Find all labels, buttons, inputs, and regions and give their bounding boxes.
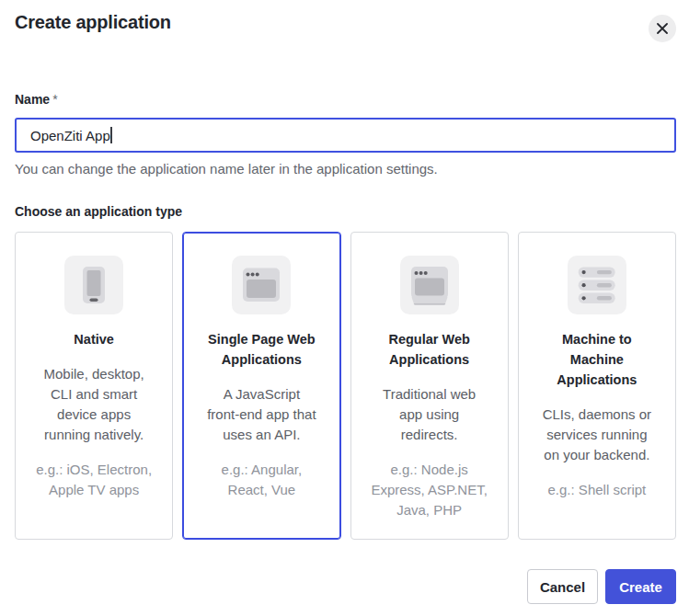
close-x-icon xyxy=(657,23,668,34)
dialog-footer: Cancel Create xyxy=(15,569,676,604)
card-description: Traditional web app using redirects. xyxy=(362,384,497,445)
card-example: e.g.: Node.js Express, ASP.NET, Java, PH… xyxy=(362,460,497,520)
card-title: Single Page Web Applications xyxy=(194,329,328,370)
card-example: e.g.: Shell script xyxy=(530,480,664,500)
create-button[interactable]: Create xyxy=(605,569,676,604)
browser-window-icon xyxy=(232,256,291,314)
name-helper-text: You can change the application name late… xyxy=(15,160,676,178)
type-card-machine-to-machine[interactable]: Machine to Machine Applications CLIs, da… xyxy=(518,232,676,540)
card-description: A JavaScript front-end app that uses an … xyxy=(194,384,328,445)
required-asterisk: * xyxy=(52,92,57,107)
create-application-dialog: Create application Name* You can change … xyxy=(0,0,689,616)
card-title: Regular Web Applications xyxy=(362,329,497,370)
close-button[interactable] xyxy=(649,15,676,42)
dialog-title: Create application xyxy=(15,0,676,35)
mobile-device-icon xyxy=(64,256,123,314)
card-example: e.g.: Angular, React, Vue xyxy=(194,460,328,500)
card-description: CLIs, daemons or services running on you… xyxy=(530,405,664,465)
card-example: e.g.: iOS, Electron, Apple TV apps xyxy=(27,460,161,500)
card-title: Machine to Machine Applications xyxy=(530,329,664,390)
type-card-native[interactable]: Native Mobile, desktop, CLI and smart de… xyxy=(15,232,173,540)
browser-app-icon xyxy=(400,256,459,314)
type-card-single-page-web[interactable]: Single Page Web Applications A JavaScrip… xyxy=(182,232,340,540)
card-title: Native xyxy=(27,329,161,349)
type-card-regular-web[interactable]: Regular Web Applications Traditional web… xyxy=(350,232,509,540)
text-caret xyxy=(110,127,112,143)
application-type-cards: Native Mobile, desktop, CLI and smart de… xyxy=(15,232,676,540)
application-type-label: Choose an application type xyxy=(15,202,676,221)
cancel-button[interactable]: Cancel xyxy=(527,569,598,604)
application-name-input[interactable] xyxy=(15,118,676,153)
name-label: Name* xyxy=(15,90,676,108)
server-stack-icon xyxy=(568,256,626,314)
card-description: Mobile, desktop, CLI and smart device ap… xyxy=(27,364,161,445)
